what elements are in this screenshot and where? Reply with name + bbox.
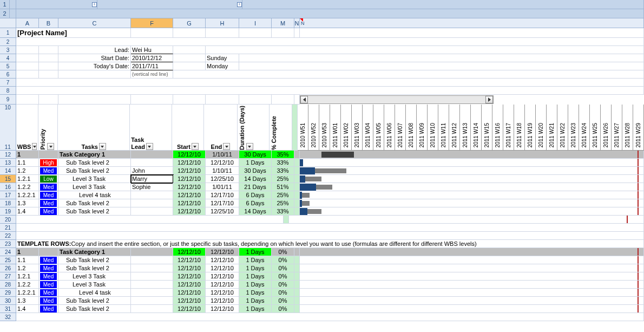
duration-cell[interactable]: 14 Days <box>239 207 272 216</box>
task-cell[interactable]: Sub Task level 2 <box>58 305 131 313</box>
lead-cell[interactable]: Marry <box>131 175 173 183</box>
lead-cell[interactable] <box>131 248 173 256</box>
filter-tasks[interactable] <box>99 143 106 150</box>
filter-start[interactable] <box>192 143 199 150</box>
end-cell[interactable]: 12/12/10 <box>206 272 239 281</box>
duration-cell[interactable]: 14 Days <box>239 175 272 183</box>
pct-cell[interactable]: 0% <box>272 256 294 264</box>
row-header-21[interactable]: 21 <box>0 224 16 232</box>
pct-cell[interactable]: 33% <box>272 159 294 167</box>
duration-cell[interactable]: 1 Days <box>239 159 272 167</box>
filter-end[interactable] <box>223 143 230 150</box>
filter-lead[interactable] <box>146 143 153 150</box>
end-cell[interactable]: 1/01/11 <box>206 183 239 191</box>
priority-cell[interactable]: Med <box>39 256 58 264</box>
priority-cell[interactable]: Med <box>39 281 58 289</box>
duration-cell[interactable]: 1 Days <box>239 281 272 289</box>
row-header-3[interactable]: 3 <box>0 46 16 54</box>
start-cell[interactable]: 12/12/10 <box>173 175 206 183</box>
start-cell[interactable]: 12/12/10 <box>173 256 206 264</box>
start-date-value[interactable]: 2010/12/12 <box>131 54 173 62</box>
row-header-5[interactable]: 5 <box>0 62 16 70</box>
end-cell[interactable]: 1/10/11 <box>206 167 239 175</box>
priority-cell[interactable]: Med <box>39 297 58 305</box>
duration-cell[interactable]: 1 Days <box>239 248 272 256</box>
task-cell[interactable]: Sub Task level 2 <box>58 256 131 264</box>
task-cell[interactable]: Task Category 1 <box>58 151 131 159</box>
pct-cell[interactable]: 0% <box>272 289 294 297</box>
end-cell[interactable]: 12/25/10 <box>206 175 239 183</box>
priority-cell[interactable]: Med <box>39 305 58 313</box>
row-header-7[interactable]: 7 <box>0 79 16 87</box>
priority-cell[interactable]: Med <box>39 264 58 272</box>
pct-cell[interactable]: 51% <box>272 183 294 191</box>
priority-cell[interactable]: Med <box>39 207 58 216</box>
col-header-I[interactable]: I <box>239 18 272 28</box>
row-header-6[interactable]: 6 <box>0 70 16 79</box>
select-all[interactable] <box>0 18 16 28</box>
pct-cell[interactable]: 0% <box>272 248 294 256</box>
start-cell[interactable]: 12/12/10 <box>173 183 206 191</box>
end-cell[interactable]: 12/25/10 <box>206 207 239 216</box>
start-cell[interactable]: 12/12/10 <box>173 248 206 256</box>
plus-icon[interactable]: + <box>92 2 97 7</box>
filter-duration[interactable] <box>246 143 253 150</box>
task-cell[interactable]: Level 3 Task <box>58 183 131 191</box>
duration-cell[interactable]: 6 Days <box>239 191 272 199</box>
row-header-22[interactable]: 22 <box>0 232 16 240</box>
task-cell[interactable]: Sub Task level 2 <box>58 199 131 207</box>
start-cell[interactable]: 12/12/10 <box>173 191 206 199</box>
col-header-gantt[interactable]: N <box>300 18 644 28</box>
row-header-28[interactable]: 28 <box>0 281 16 289</box>
row-header-15[interactable]: 15 <box>0 175 16 183</box>
priority-cell[interactable]: Med <box>39 289 58 297</box>
duration-cell[interactable]: 1 Days <box>239 305 272 313</box>
lead-cell[interactable] <box>131 199 173 207</box>
lead-cell[interactable] <box>131 305 173 313</box>
wbs-cell[interactable]: 1.2.2.1 <box>16 191 39 199</box>
end-cell[interactable]: 12/12/10 <box>206 305 239 313</box>
wbs-cell[interactable]: 1.2.2.1 <box>16 289 39 297</box>
end-cell[interactable]: 12/17/10 <box>206 199 239 207</box>
lead-cell[interactable] <box>131 151 173 159</box>
end-cell[interactable]: 1/10/11 <box>206 151 239 159</box>
lead-value[interactable]: Wei Hu <box>131 46 173 54</box>
priority-cell[interactable]: Med <box>39 167 58 175</box>
col-header-H[interactable]: H <box>206 18 239 28</box>
outline-level-1[interactable]: 1 <box>0 0 10 9</box>
wbs-cell[interactable]: 1.1 <box>16 256 39 264</box>
start-cell[interactable]: 12/12/10 <box>173 151 206 159</box>
priority-cell[interactable] <box>39 151 58 159</box>
row-header-9[interactable]: 9 <box>0 95 16 105</box>
end-cell[interactable]: 12/12/10 <box>206 248 239 256</box>
row-header-23[interactable]: 23 <box>0 240 16 248</box>
wbs-cell[interactable]: 1.2.2 <box>16 281 39 289</box>
priority-cell[interactable]: Med <box>39 199 58 207</box>
wbs-cell[interactable]: 1.3 <box>16 199 39 207</box>
start-cell[interactable]: 12/12/10 <box>173 264 206 272</box>
task-cell[interactable]: Sub Task level 2 <box>58 297 131 305</box>
lead-cell[interactable] <box>131 264 173 272</box>
lead-cell[interactable] <box>131 272 173 281</box>
priority-cell[interactable]: Low <box>39 175 58 183</box>
duration-cell[interactable]: 1 Days <box>239 264 272 272</box>
wbs-cell[interactable]: 1.3 <box>16 297 39 305</box>
duration-cell[interactable]: 1 Days <box>239 272 272 281</box>
priority-cell[interactable]: Med <box>39 191 58 199</box>
wbs-cell[interactable]: 1.1 <box>16 159 39 167</box>
duration-cell[interactable]: 1 Days <box>239 297 272 305</box>
task-cell[interactable]: Level 4 task <box>58 289 131 297</box>
wbs-cell[interactable]: 1.2.2 <box>16 183 39 191</box>
pct-cell[interactable]: 25% <box>272 191 294 199</box>
duration-cell[interactable]: 1 Days <box>239 256 272 264</box>
row-header-14[interactable]: 14 <box>0 167 16 175</box>
start-cell[interactable]: 12/12/10 <box>173 297 206 305</box>
end-cell[interactable]: 12/12/10 <box>206 256 239 264</box>
row-header-31[interactable]: 31 <box>0 305 16 313</box>
pct-cell[interactable]: 0% <box>272 281 294 289</box>
task-cell[interactable]: Level 3 Task <box>58 281 131 289</box>
duration-cell[interactable]: 6 Days <box>239 199 272 207</box>
pct-cell[interactable]: 25% <box>272 175 294 183</box>
start-cell[interactable]: 12/12/10 <box>173 281 206 289</box>
col-header-B[interactable]: B <box>39 18 58 28</box>
